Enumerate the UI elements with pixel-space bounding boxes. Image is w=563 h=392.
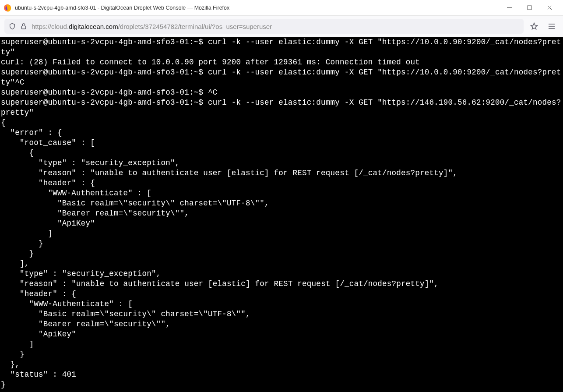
- url-sub: cloud.: [51, 23, 69, 30]
- address-bar: https://cloud.digitalocean.com/droplets/…: [0, 16, 563, 37]
- window-title: ubuntu-s-2vcpu-4gb-amd-sfo3-01 - Digital…: [15, 5, 499, 11]
- terminal-output[interactable]: superuser@ubuntu-s-2vcpu-4gb-amd-sfo3-01…: [0, 37, 563, 392]
- maximize-button[interactable]: [519, 1, 539, 14]
- svg-rect-2: [528, 6, 531, 10]
- bookmark-button[interactable]: [527, 19, 541, 33]
- svg-rect-3: [21, 26, 25, 29]
- minimize-button[interactable]: [499, 1, 519, 14]
- url-text: https://cloud.digitalocean.com/droplets/…: [32, 23, 272, 30]
- url-domain: digitalocean.com: [69, 23, 118, 30]
- lock-icon[interactable]: [20, 23, 27, 30]
- url-input-wrap[interactable]: https://cloud.digitalocean.com/droplets/…: [4, 19, 524, 34]
- window-titlebar: ubuntu-s-2vcpu-4gb-amd-sfo3-01 - Digital…: [0, 0, 563, 16]
- close-button[interactable]: [539, 1, 559, 14]
- shield-icon[interactable]: [9, 23, 16, 30]
- hamburger-menu-button[interactable]: [545, 19, 559, 33]
- url-protocol: https://: [32, 23, 51, 30]
- window-controls: [499, 1, 559, 14]
- firefox-icon: [4, 4, 11, 12]
- url-path: /droplets/372454782/terminal/ui/?os_user…: [118, 23, 272, 30]
